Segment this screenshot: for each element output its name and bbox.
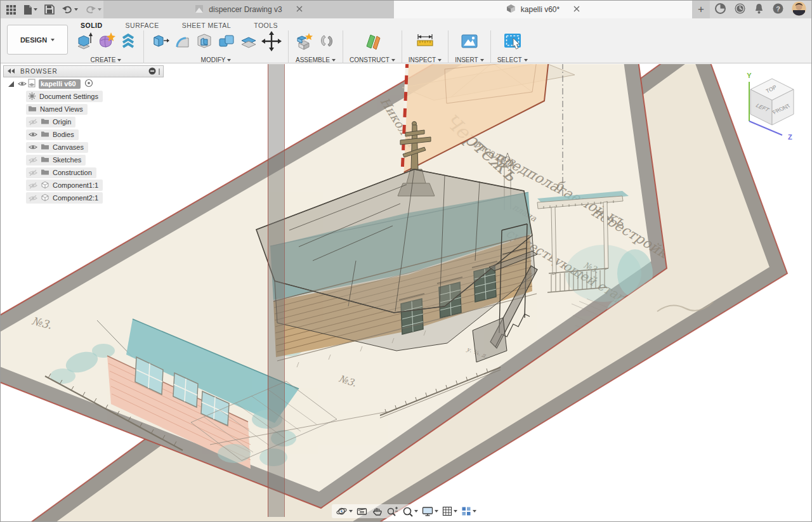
activate-component-icon[interactable] xyxy=(84,79,93,89)
new-component-icon[interactable] xyxy=(295,31,314,54)
expand-arrow-icon[interactable] xyxy=(17,153,21,166)
browser-row-bodies[interactable]: Bodies xyxy=(3,128,164,141)
expand-arrow-icon[interactable] xyxy=(17,115,21,128)
browser-row-canvases[interactable]: Canvases xyxy=(3,141,164,153)
redo-button[interactable] xyxy=(85,5,102,14)
viewports-icon[interactable] xyxy=(461,506,476,516)
canvas-plane-edge-on[interactable] xyxy=(268,64,285,517)
save-button[interactable] xyxy=(44,4,55,15)
browser-row-sketches[interactable]: Sketches xyxy=(3,153,164,166)
tab-sheet-metal[interactable]: SHEET METAL xyxy=(182,22,231,29)
document-tab-dispencer[interactable]: dispencer Drawing v3 xyxy=(103,1,394,18)
expand-arrow-icon[interactable] xyxy=(17,166,21,179)
close-tab-icon[interactable] xyxy=(573,5,580,14)
expand-arrow-icon[interactable] xyxy=(17,179,21,192)
avatar[interactable] xyxy=(792,1,806,18)
remove-filter-icon[interactable] xyxy=(148,67,156,76)
file-menu-button[interactable] xyxy=(23,4,37,15)
collapse-panel-icon[interactable] xyxy=(7,68,15,75)
create-form-icon[interactable] xyxy=(97,31,116,54)
measure-icon[interactable] xyxy=(416,31,435,54)
offset-face-icon[interactable] xyxy=(239,31,258,54)
viewcube[interactable]: Y Z TOP LEFT FRONT xyxy=(740,69,804,140)
visibility-hidden-icon[interactable] xyxy=(28,169,37,176)
folder-icon xyxy=(41,168,49,177)
svg-text:?: ? xyxy=(776,4,780,12)
orbit-icon[interactable] xyxy=(336,506,353,517)
browser-root-row[interactable]: kapelli v60 xyxy=(3,77,164,90)
visibility-eye-icon[interactable] xyxy=(17,81,27,87)
divider xyxy=(288,30,289,63)
browser-row-component2[interactable]: Component2:1 xyxy=(3,192,164,204)
construct-dropdown[interactable]: CONSTRUCT xyxy=(350,56,395,63)
close-tab-icon[interactable] xyxy=(296,5,303,14)
grid-icon[interactable] xyxy=(442,506,457,516)
insert-dropdown[interactable]: INSERT xyxy=(455,56,484,63)
tab-tools[interactable]: TOOLS xyxy=(254,22,278,29)
axis-y-label: Y xyxy=(747,72,752,79)
visibility-hidden-icon[interactable] xyxy=(28,157,37,164)
visibility-hidden-icon[interactable] xyxy=(28,182,37,189)
coil-icon[interactable] xyxy=(119,31,137,54)
select-icon[interactable] xyxy=(502,31,523,54)
help-icon[interactable]: ? xyxy=(772,3,784,17)
undo-button[interactable] xyxy=(62,5,78,14)
browser-panel: BROWSER kapelli v60 Document Settings xyxy=(3,65,164,204)
create-dropdown[interactable]: CREATE xyxy=(91,56,122,63)
folder-icon xyxy=(41,130,49,139)
expand-arrow-icon[interactable] xyxy=(17,192,21,204)
divider xyxy=(343,30,343,63)
app-grid-icon[interactable] xyxy=(6,4,16,15)
fit-icon[interactable] xyxy=(402,506,418,517)
expand-arrow-icon[interactable] xyxy=(8,81,14,87)
expand-arrow-icon[interactable] xyxy=(17,90,21,103)
quick-access-toolbar xyxy=(1,1,103,18)
browser-row-named-views[interactable]: Named Views xyxy=(3,103,164,115)
shell-icon[interactable] xyxy=(195,31,214,54)
browser-row-document-settings[interactable]: Document Settings xyxy=(3,90,164,103)
tab-surface[interactable]: SURFACE xyxy=(126,22,159,29)
visibility-hidden-icon[interactable] xyxy=(28,195,37,202)
fusion360-window: { "colors": { "accent_blue": "#2f9fe0", … xyxy=(0,0,812,522)
new-tab-button[interactable]: + xyxy=(692,1,710,18)
expand-arrow-icon[interactable] xyxy=(17,141,21,153)
job-status-icon[interactable] xyxy=(734,3,746,17)
assemble-dropdown[interactable]: ASSEMBLE xyxy=(296,56,336,63)
combine-icon[interactable] xyxy=(217,31,236,54)
root-component-label[interactable]: kapelli v60 xyxy=(39,79,81,89)
group-inspect: INSPECT xyxy=(404,30,446,63)
tab-solid[interactable]: SOLID xyxy=(81,22,103,29)
document-icon xyxy=(28,79,36,89)
document-tab-kapelli[interactable]: kapelli v60* xyxy=(394,1,692,18)
joint-icon[interactable] xyxy=(317,31,336,54)
workspace-selector[interactable]: DESIGN xyxy=(7,25,68,55)
notifications-bell-icon[interactable] xyxy=(754,3,764,17)
insert-canvas-icon[interactable] xyxy=(460,31,479,54)
move-icon[interactable] xyxy=(261,31,282,54)
visibility-hidden-icon[interactable] xyxy=(28,119,37,126)
select-dropdown[interactable]: SELECT xyxy=(497,56,528,63)
construction-plane-icon[interactable] xyxy=(363,31,382,54)
zoom-icon[interactable] xyxy=(386,506,398,517)
extrude-icon[interactable] xyxy=(75,31,94,54)
pan-icon[interactable] xyxy=(372,506,383,517)
browser-row-construction[interactable]: Construction xyxy=(3,166,164,179)
expand-arrow-icon[interactable] xyxy=(17,103,21,115)
display-settings-icon[interactable] xyxy=(422,506,438,516)
fillet-icon[interactable] xyxy=(173,31,192,54)
model-cube-icon xyxy=(506,4,516,15)
browser-row-origin[interactable]: Origin xyxy=(3,115,164,128)
inspect-dropdown[interactable]: INSPECT xyxy=(409,56,442,63)
look-at-icon[interactable] xyxy=(357,506,368,516)
press-pull-icon[interactable] xyxy=(150,31,169,54)
expand-arrow-icon[interactable] xyxy=(17,128,21,141)
browser-row-component1[interactable]: Component1:1 xyxy=(3,179,164,192)
3d-viewport[interactable]: б Чертежъ Николая предполагаемой къ пере… xyxy=(1,64,811,521)
panel-grip[interactable] xyxy=(159,69,160,75)
visibility-eye-icon[interactable] xyxy=(28,144,37,150)
extensions-icon[interactable] xyxy=(714,3,726,17)
group-insert: INSERT xyxy=(450,30,488,63)
group-create: CREATE xyxy=(70,30,141,63)
visibility-eye-icon[interactable] xyxy=(28,131,37,138)
modify-dropdown[interactable]: MODIFY xyxy=(201,56,232,63)
